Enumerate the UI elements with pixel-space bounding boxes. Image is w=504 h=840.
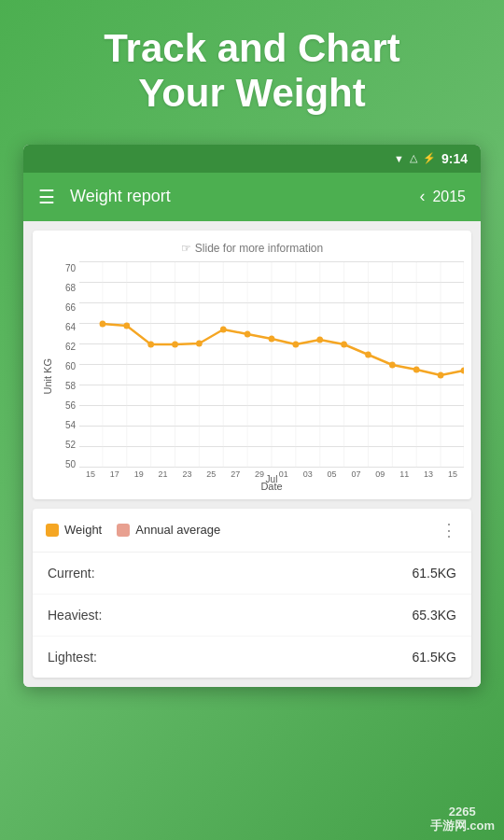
lightest-value: 61.5KG	[413, 650, 456, 665]
svg-point-30	[438, 371, 444, 378]
svg-point-29	[413, 366, 420, 372]
watermark: 2265 手游网.com	[430, 805, 495, 833]
heaviest-stat-row: Heaviest: 65.3KG	[33, 595, 471, 637]
app-bar: ☰ Weight report ‹ 2015	[23, 173, 481, 221]
average-legend-dot	[117, 524, 130, 537]
current-label: Current:	[48, 566, 413, 581]
chart-card: ☞ Slide for more information Unit KG 50 …	[33, 231, 471, 499]
lightest-label: Lightest:	[48, 650, 413, 665]
hero-title: Track and ChartYour Weight	[19, 26, 485, 117]
svg-point-22	[245, 330, 251, 337]
content-area: ☞ Slide for more information Unit KG 50 …	[23, 221, 481, 687]
average-legend-label: Annual average	[135, 523, 220, 537]
current-stat-row: Current: 61.5KG	[33, 553, 471, 595]
weight-legend-item: Weight	[46, 523, 102, 537]
current-value: 61.5KG	[413, 566, 456, 581]
hero-section: Track and ChartYour Weight	[0, 0, 504, 135]
slide-hint: ☞ Slide for more information	[40, 242, 464, 255]
status-time: 9:14	[441, 151, 468, 166]
y-axis: 50 52 54 56 58 60 62 64 66 68 70	[53, 262, 79, 471]
svg-point-25	[316, 336, 323, 343]
weight-legend-label: Weight	[64, 523, 102, 537]
signal-icon: △	[410, 152, 417, 164]
svg-point-24	[293, 341, 300, 347]
svg-point-16	[100, 320, 106, 327]
weight-line-chart	[79, 262, 464, 468]
year-navigation: ‹ 2015	[419, 187, 466, 206]
watermark-line2: 手游网.com	[430, 819, 495, 833]
svg-point-21	[220, 326, 227, 332]
watermark-line1: 2265	[430, 805, 495, 819]
chart-plot-area: Jul	[79, 262, 464, 468]
lightest-stat-row: Lightest: 61.5KG	[33, 637, 471, 678]
weight-legend-dot	[46, 524, 59, 537]
menu-icon[interactable]: ☰	[38, 188, 55, 206]
heaviest-value: 65.3KG	[413, 608, 456, 623]
hand-icon: ☞	[181, 242, 191, 255]
svg-point-28	[389, 361, 396, 368]
svg-point-23	[269, 335, 275, 342]
y-axis-label: Unit KG	[40, 358, 53, 395]
legend-row: Weight Annual average ⋮	[33, 509, 471, 553]
jul-label: Jul	[266, 474, 278, 484]
svg-point-18	[147, 341, 154, 347]
chart-inner: 50 52 54 56 58 60 62 64 66 68 70	[53, 262, 464, 492]
average-legend-item: Annual average	[117, 523, 220, 537]
svg-point-17	[123, 322, 130, 329]
battery-icon: ⚡	[423, 152, 436, 164]
status-bar: ▼ △ ⚡ 9:14	[23, 145, 481, 173]
app-title: Weight report	[70, 187, 404, 206]
svg-point-26	[341, 341, 347, 347]
chart-container: Unit KG 50 52 54 56 58 60 62 64 66 68	[40, 262, 464, 492]
wifi-icon: ▼	[394, 153, 404, 164]
prev-year-button[interactable]: ‹	[419, 187, 425, 206]
phone-mockup: ▼ △ ⚡ 9:14 ☰ Weight report ‹ 2015 ☞ Slid…	[23, 145, 481, 687]
current-year: 2015	[432, 189, 466, 205]
svg-point-19	[172, 341, 178, 347]
more-options-button[interactable]: ⋮	[441, 520, 458, 540]
svg-point-20	[196, 340, 203, 346]
svg-point-31	[461, 367, 464, 373]
svg-point-27	[365, 351, 371, 357]
heaviest-label: Heaviest:	[48, 608, 413, 623]
stats-card: Weight Annual average ⋮ Current: 61.5KG …	[33, 509, 471, 678]
